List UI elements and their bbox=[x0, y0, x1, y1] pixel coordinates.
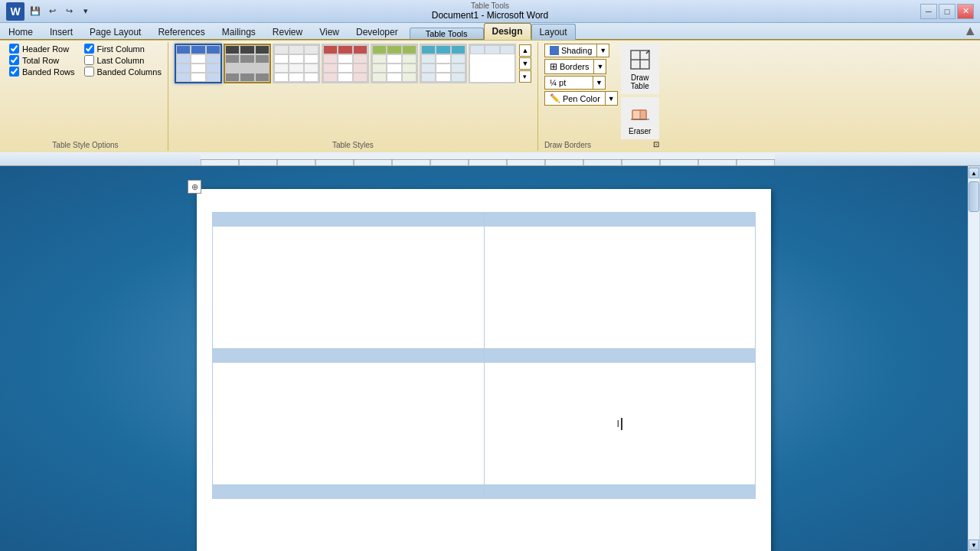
shading-dropdown-arrow[interactable]: ▼ bbox=[596, 44, 609, 57]
scroll-up-button[interactable]: ▲ bbox=[969, 168, 979, 178]
table-style-options-group: Header Row Total Row Banded Rows First C… bbox=[3, 42, 168, 151]
ruler-svg bbox=[201, 153, 775, 165]
tab-design[interactable]: Design bbox=[484, 23, 531, 40]
shading-color-swatch bbox=[550, 46, 559, 55]
pen-icon: ✏️ bbox=[550, 93, 560, 103]
window-controls: ─ □ ✕ bbox=[920, 4, 974, 19]
table-style-1[interactable] bbox=[175, 44, 222, 83]
shading-button[interactable]: Shading ▼ bbox=[544, 44, 609, 57]
pen-color-arrow[interactable]: ▼ bbox=[605, 92, 617, 105]
svg-rect-8 bbox=[201, 159, 775, 160]
first-column-checkbox-label[interactable]: First Column bbox=[84, 44, 162, 54]
cursor-indicator: I bbox=[616, 418, 619, 429]
table-style-4[interactable] bbox=[322, 44, 369, 83]
quick-access-dropdown[interactable]: ▾ bbox=[78, 4, 93, 19]
table-style-6[interactable] bbox=[420, 44, 467, 83]
scroll-track bbox=[969, 178, 979, 540]
last-column-checkbox[interactable] bbox=[84, 55, 94, 65]
header-row-checkbox[interactable] bbox=[9, 44, 19, 54]
table-row-body2: I bbox=[213, 363, 756, 485]
text-cursor bbox=[621, 418, 622, 430]
title-bar: W 💾 ↩ ↪ ▾ Table Tools Document1 - Micros… bbox=[0, 0, 980, 23]
table-styles-more[interactable]: ▾ bbox=[519, 70, 531, 83]
table-cell-h3c1[interactable] bbox=[213, 485, 485, 499]
table-row-header2 bbox=[213, 349, 756, 363]
table-cell-b1c2[interactable] bbox=[484, 227, 756, 349]
table-row-header3 bbox=[213, 485, 756, 499]
draw-borders-label: Draw Borders bbox=[544, 141, 591, 149]
draw-table-button[interactable]: DrawTable bbox=[621, 44, 659, 94]
scroll-thumb[interactable] bbox=[969, 181, 979, 212]
total-row-checkbox-label[interactable]: Total Row bbox=[9, 55, 75, 65]
table-styles-inner: ▲ ▼ ▾ bbox=[175, 44, 531, 139]
pen-size-arrow[interactable]: ▼ bbox=[593, 77, 605, 89]
scroll-down-button[interactable]: ▼ bbox=[969, 540, 979, 550]
table-style-7[interactable] bbox=[469, 44, 516, 83]
draw-table-icon bbox=[628, 47, 652, 72]
table-style-5[interactable] bbox=[371, 44, 418, 83]
word-logo: W bbox=[6, 2, 24, 21]
banded-columns-checkbox[interactable] bbox=[84, 67, 94, 77]
table-styles-row: ▲ ▼ ▾ bbox=[175, 44, 531, 83]
tab-home[interactable]: Home bbox=[0, 24, 41, 40]
last-column-checkbox-label[interactable]: Last Column bbox=[84, 55, 162, 65]
undo-button[interactable]: ↩ bbox=[44, 4, 60, 19]
table-style-2[interactable] bbox=[224, 44, 271, 83]
pen-color-button[interactable]: ✏️ Pen Color ▼ bbox=[544, 91, 618, 106]
close-button[interactable]: ✕ bbox=[957, 4, 974, 19]
eraser-icon bbox=[628, 101, 652, 126]
total-row-checkbox[interactable] bbox=[9, 55, 19, 65]
table-cell-h2c1[interactable] bbox=[213, 349, 485, 363]
draw-table-label: DrawTable bbox=[631, 73, 649, 90]
tab-insert[interactable]: Insert bbox=[41, 24, 81, 40]
text-cursor-area: I bbox=[616, 418, 622, 430]
redo-button[interactable]: ↪ bbox=[61, 4, 77, 19]
borders-dropdown-arrow[interactable]: ▼ bbox=[593, 60, 606, 73]
maximize-button[interactable]: □ bbox=[939, 4, 956, 19]
pen-size-dropdown[interactable]: ¼ pt ▼ bbox=[544, 76, 606, 90]
borders-button[interactable]: ⊞ Borders ▼ bbox=[544, 59, 606, 74]
table-style-options-inner: Header Row Total Row Banded Rows First C… bbox=[9, 44, 162, 139]
svg-rect-5 bbox=[640, 110, 646, 119]
draw-borders-expand[interactable]: ⊡ bbox=[653, 140, 659, 148]
table-cell-h3c2[interactable] bbox=[484, 485, 756, 499]
eraser-button[interactable]: Eraser bbox=[621, 97, 659, 139]
table-cell-h1c1[interactable] bbox=[213, 213, 485, 227]
table-cell-b1c1[interactable] bbox=[213, 227, 485, 349]
table-move-handle[interactable]: ⊕ bbox=[188, 180, 201, 194]
table-cell-h1c2[interactable] bbox=[484, 213, 756, 227]
banded-rows-checkbox-label[interactable]: Banded Rows bbox=[9, 67, 75, 77]
tab-layout[interactable]: Layout bbox=[531, 24, 576, 40]
minimize-button[interactable]: ─ bbox=[920, 4, 937, 19]
document-table[interactable]: I bbox=[212, 212, 756, 499]
document-page: I bbox=[197, 189, 771, 551]
table-cell-h2c2[interactable] bbox=[484, 349, 756, 363]
first-column-checkbox[interactable] bbox=[84, 44, 94, 54]
tab-review[interactable]: Review bbox=[264, 24, 311, 40]
draw-borders-group: Shading ▼ ⊞ Borders ▼ bbox=[538, 42, 665, 151]
table-styles-scroll-down[interactable]: ▼ bbox=[519, 57, 531, 70]
table-styles-scroll-up[interactable]: ▲ bbox=[519, 44, 531, 57]
tab-page-layout[interactable]: Page Layout bbox=[81, 24, 149, 40]
save-button[interactable]: 💾 bbox=[28, 4, 43, 19]
checkbox-group-right: First Column Last Column Banded Columns bbox=[84, 44, 162, 77]
tab-mailings[interactable]: Mailings bbox=[214, 24, 264, 40]
table-tools-label: Table Tools bbox=[471, 2, 509, 10]
table-cell-b2c2[interactable]: I bbox=[484, 363, 756, 485]
table-row-body1 bbox=[213, 227, 756, 349]
tab-view[interactable]: View bbox=[311, 24, 348, 40]
tab-developer[interactable]: Developer bbox=[348, 24, 407, 40]
borders-icon: ⊞ bbox=[550, 61, 557, 72]
ruler bbox=[0, 152, 980, 166]
table-cell-b2c1[interactable] bbox=[213, 363, 485, 485]
table-style-3[interactable] bbox=[273, 44, 320, 83]
header-row-checkbox-label[interactable]: Header Row bbox=[9, 44, 75, 54]
document-area[interactable]: ⊕ bbox=[0, 166, 968, 551]
tab-references[interactable]: References bbox=[149, 24, 213, 40]
ribbon-tab-row: Home Insert Page Layout References Maili… bbox=[0, 23, 980, 40]
banded-columns-checkbox-label[interactable]: Banded Columns bbox=[84, 67, 162, 77]
document-title: Document1 - Microsoft Word bbox=[432, 10, 549, 21]
ribbon-content: Header Row Total Row Banded Rows First C… bbox=[0, 40, 980, 152]
banded-rows-checkbox[interactable] bbox=[9, 67, 19, 77]
ribbon-collapse-button[interactable]: ▲ bbox=[960, 23, 980, 39]
